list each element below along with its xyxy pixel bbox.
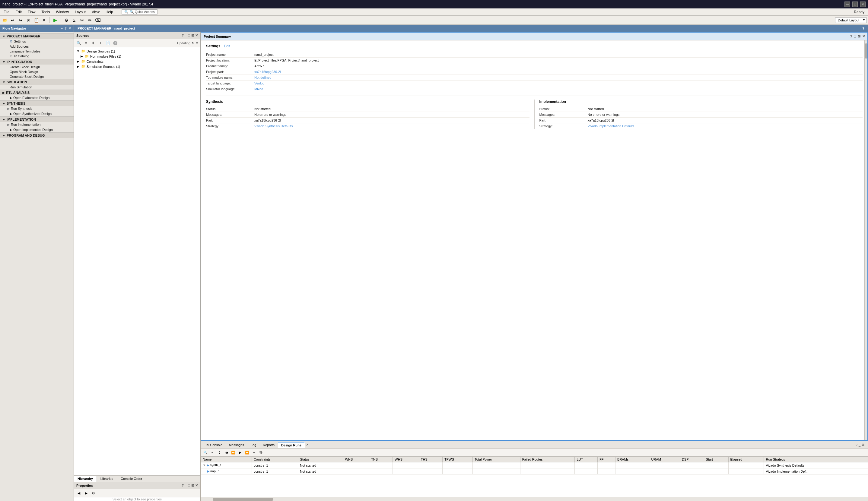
sources-close-icon[interactable]: ✕	[195, 33, 198, 38]
horizontal-scrollbar[interactable]	[201, 497, 868, 501]
flow-item-add-sources[interactable]: Add Sources	[0, 44, 74, 49]
menu-tools[interactable]: Tools	[39, 9, 52, 15]
props-restore-icon[interactable]: □	[188, 483, 190, 488]
ps-simlang-value[interactable]: Mixed	[254, 87, 263, 91]
row1-play-icon[interactable]: ▶	[207, 463, 209, 467]
sources-gear-icon[interactable]: ⚙	[195, 41, 199, 45]
nm-expand-icon[interactable]: ▶	[80, 55, 84, 58]
flow-item-language-templates[interactable]: Language Templates	[0, 49, 74, 54]
tab-compile-order[interactable]: Compile Order	[117, 476, 146, 482]
flow-item-open-block[interactable]: Open Block Design	[0, 70, 74, 74]
btm-max-icon[interactable]: ⊠	[862, 443, 864, 447]
flow-nav-question-icon[interactable]: ?	[65, 26, 67, 31]
menu-flow[interactable]: Flow	[25, 9, 38, 15]
menu-edit[interactable]: Edit	[13, 9, 24, 15]
sources-file-btn[interactable]: 📄	[105, 40, 111, 46]
flow-nav-close-icon[interactable]: ✕	[68, 26, 71, 31]
row1-expand-icon[interactable]: ▼	[203, 463, 206, 467]
table-row[interactable]: ▶ impl_1 constrs_1 Not started	[201, 468, 868, 475]
props-question-icon[interactable]: ?	[182, 483, 184, 488]
ps-part-value[interactable]: xa7a15tcpg236-2l	[254, 70, 280, 74]
menu-file[interactable]: File	[1, 9, 12, 15]
section-simulation-header[interactable]: ▼ SIMULATION	[0, 79, 74, 85]
btm-question-icon[interactable]: ?	[856, 443, 857, 447]
flow-item-run-simulation[interactable]: Run Simulation	[0, 85, 74, 89]
ps-question-icon[interactable]: ?	[850, 35, 852, 38]
btm-min-icon[interactable]: _	[859, 443, 860, 447]
design-runs-close-icon[interactable]: ✕	[306, 443, 309, 447]
menu-layout[interactable]: Layout	[72, 9, 88, 15]
dr-first-btn[interactable]: ⏮	[223, 449, 229, 456]
section-project-manager-header[interactable]: ▼ PROJECT MANAGER	[0, 33, 74, 39]
maximize-button[interactable]: □	[852, 1, 858, 7]
dr-collapse-btn[interactable]: ≡	[209, 449, 215, 456]
flow-item-open-synthesized[interactable]: ▶Open Synthesized Design	[0, 111, 74, 116]
tab-libraries[interactable]: Libraries	[97, 476, 117, 482]
tab-design-runs[interactable]: Design Runs	[278, 442, 305, 448]
dr-search-btn[interactable]: 🔍	[202, 449, 209, 456]
row2-play-icon[interactable]: ▶	[207, 469, 209, 473]
sources-expand-btn[interactable]: ⇕	[90, 40, 96, 46]
dr-add-btn[interactable]: +	[251, 449, 257, 456]
toolbar-cut-btn[interactable]: ✂	[78, 17, 86, 24]
ds-expand-icon[interactable]: ▼	[76, 50, 80, 53]
tab-messages[interactable]: Messages	[226, 442, 247, 448]
dr-percent-btn[interactable]: %	[258, 449, 264, 456]
flow-item-ip-catalog[interactable]: ⚙IP Catalog	[0, 54, 74, 59]
ps-max-icon[interactable]: ⊠	[858, 34, 860, 38]
props-min-icon[interactable]: _	[185, 483, 187, 488]
menu-window[interactable]: Window	[53, 9, 71, 15]
flow-item-open-elaborated[interactable]: ▶Open Elaborated Design	[0, 95, 74, 100]
props-back-btn[interactable]: ◀	[76, 490, 82, 496]
flow-nav-collapse-icon[interactable]: ≡	[61, 26, 63, 31]
dr-play-btn[interactable]: ▶	[237, 449, 243, 456]
flow-item-run-impl[interactable]: ▶Run Implementation	[0, 122, 74, 127]
props-gear-btn[interactable]: ⚙	[90, 490, 96, 496]
toolbar-settings-btn[interactable]: ⚙	[63, 17, 70, 24]
section-rtl-header[interactable]: ▶ RTL ANALYSIS	[0, 89, 74, 95]
toolbar-open-btn[interactable]: 📂	[1, 17, 9, 24]
toolbar-undo-btn[interactable]: ↩	[9, 17, 16, 24]
layout-dropdown[interactable]: Default Layout ▼	[835, 18, 867, 23]
sources-min-icon[interactable]: _	[185, 33, 187, 38]
flow-item-run-synthesis[interactable]: ▶Run Synthesis	[0, 106, 74, 111]
sources-collapse-btn[interactable]: ≡	[83, 40, 89, 46]
minimize-button[interactable]: —	[845, 1, 850, 7]
sources-add-btn[interactable]: +	[97, 40, 104, 46]
dr-next-btn[interactable]: ⏩	[244, 449, 250, 456]
h-scroll-thumb[interactable]	[213, 498, 273, 501]
tab-reports[interactable]: Reports	[260, 442, 278, 448]
dr-expand-btn[interactable]: ⇕	[216, 449, 222, 456]
flow-item-generate-block[interactable]: Generate Block Design	[0, 74, 74, 79]
tab-log[interactable]: Log	[247, 442, 260, 448]
ps-scroll-thumb[interactable]	[865, 43, 867, 58]
ps-module-value[interactable]: Not defined	[254, 76, 271, 79]
toolbar-paste-btn[interactable]: 📋	[33, 17, 40, 24]
tab-tcl-console[interactable]: Tcl Console	[202, 442, 226, 448]
toolbar-delete-btn[interactable]: ✕	[40, 17, 48, 24]
dr-prev-btn[interactable]: ⏪	[230, 449, 236, 456]
ps-scrollbar[interactable]	[864, 40, 867, 440]
ss-expand-icon[interactable]: ▶	[76, 65, 80, 68]
sources-restore-icon[interactable]: □	[188, 33, 190, 38]
toolbar-copy-btn[interactable]: ⎘	[25, 17, 32, 24]
ps-edit-link[interactable]: Edit	[224, 44, 230, 48]
ps-synth-strat-value[interactable]: Vivado Synthesis Defaults	[254, 124, 293, 128]
props-max-icon[interactable]: ⊠	[191, 483, 194, 488]
tree-sim-sources[interactable]: ▶ 📁 Simulation Sources (1)	[74, 64, 200, 69]
props-close-icon[interactable]: ✕	[195, 483, 198, 488]
tree-constraints[interactable]: ▶ 📁 Constraints	[74, 59, 200, 64]
sources-max-icon[interactable]: ⊠	[191, 33, 194, 38]
toolbar-erase-btn[interactable]: ⌫	[94, 17, 102, 24]
close-button[interactable]: ✕	[860, 1, 866, 7]
ps-restore-icon[interactable]: □	[854, 35, 856, 38]
menu-view[interactable]: View	[89, 9, 102, 15]
section-impl-header[interactable]: ▼ IMPLEMENTATION	[0, 116, 74, 122]
section-ip-integrator-header[interactable]: ▼ IP INTEGRATOR	[0, 59, 74, 65]
ps-close-icon[interactable]: ✕	[862, 34, 865, 38]
toolbar-pencil-btn[interactable]: ✏	[86, 17, 94, 24]
toolbar-redo-btn[interactable]: ↪	[17, 17, 24, 24]
menu-help[interactable]: Help	[103, 9, 116, 15]
toolbar-sum-btn[interactable]: Σ	[71, 17, 78, 24]
pm-bar-question-icon[interactable]: ?	[862, 26, 864, 30]
